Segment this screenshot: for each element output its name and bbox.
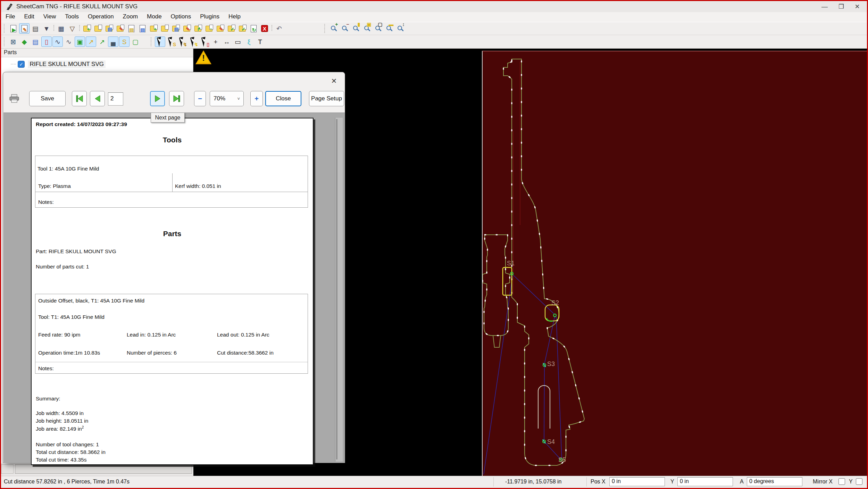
select-contour-cursor-icon[interactable]: ▯: [199, 36, 210, 47]
show-machine-icon[interactable]: ▄: [108, 36, 118, 47]
part-name-label[interactable]: RIFLE SKULL MOUNT SVG: [28, 60, 106, 68]
select-fast2-cursor-icon[interactable]: ↯: [188, 36, 199, 47]
close-dialog-button[interactable]: Close: [265, 91, 301, 106]
ruler-icon[interactable]: ξ: [244, 36, 254, 47]
menu-zoom[interactable]: Zoom: [118, 12, 142, 22]
mirror-y-checkbox[interactable]: [856, 478, 862, 485]
new-job-icon[interactable]: ▶: [8, 23, 18, 34]
last-page-button[interactable]: [169, 91, 184, 106]
status-bar: Cut distance 57.8262 in , 6 Pierces, Tim…: [1, 476, 867, 488]
part-open-icon[interactable]: [93, 23, 103, 34]
restore-button[interactable]: ❐: [834, 2, 849, 12]
zoom-drag-icon[interactable]: ↕: [395, 23, 406, 34]
layers-icon[interactable]: ◆: [19, 36, 30, 47]
undo-icon[interactable]: ↶: [274, 23, 284, 34]
pos-x-input[interactable]: 0 in: [609, 477, 665, 486]
close-button[interactable]: ✕: [850, 2, 865, 12]
zoom-extents-icon[interactable]: ▢: [373, 23, 383, 34]
tools-save-icon[interactable]: ✓: [226, 23, 236, 34]
menu-tools[interactable]: Tools: [60, 12, 83, 22]
show-leadins-icon[interactable]: ↗: [86, 36, 96, 47]
save-button[interactable]: Save: [29, 91, 66, 106]
menu-options[interactable]: Options: [166, 12, 196, 22]
zoom-in-icon[interactable]: +: [328, 23, 339, 34]
menu-edit[interactable]: Edit: [19, 12, 39, 22]
post-process-icon[interactable]: ▼: [41, 23, 52, 34]
job-options-icon[interactable]: ✎: [19, 23, 30, 34]
window-title: SheetCam TNG - RIFLE SKULL MOUNT SVG: [16, 3, 137, 10]
part-checkbox[interactable]: ✓: [18, 61, 25, 68]
show-parts-icon[interactable]: ▣: [75, 36, 85, 47]
parts-tree-item[interactable]: ┈┈ ✓ RIFLE SKULL MOUNT SVG: [1, 59, 193, 69]
menu-operation[interactable]: Operation: [83, 12, 118, 22]
delete-all-icon[interactable]: X: [259, 23, 270, 34]
tool-edit-icon[interactable]: ▽: [67, 23, 77, 34]
horizontal-scrollbar[interactable]: [15, 464, 192, 474]
page-number-input[interactable]: 2: [108, 92, 123, 106]
show-nodes-icon[interactable]: ∿: [52, 36, 63, 47]
print-button[interactable]: [7, 91, 22, 106]
menu-view[interactable]: View: [39, 12, 61, 22]
page-setup-button[interactable]: Page Setup: [309, 91, 344, 106]
measure-icon[interactable]: ↔: [222, 36, 232, 47]
op-up-icon[interactable]: ↑: [204, 23, 214, 34]
frame-icon[interactable]: ▭: [233, 36, 243, 47]
show-contours-icon[interactable]: ▯: [41, 36, 52, 47]
printer-icon: [9, 94, 19, 103]
cut-order-icon[interactable]: ⊠: [8, 36, 18, 47]
menu-bar: FileEditViewToolsOperationZoomModeOption…: [1, 12, 867, 22]
select-start-cursor-icon[interactable]: S: [166, 36, 176, 47]
previous-page-button[interactable]: [90, 91, 105, 106]
zoom-level-value: 70%: [214, 95, 225, 102]
next-page-button[interactable]: [150, 91, 165, 106]
drawing-props-icon[interactable]: ▤: [137, 23, 148, 34]
angle-input[interactable]: 0 degrees: [747, 477, 802, 486]
op-edit-icon[interactable]: ✎: [182, 23, 192, 34]
table-refresh-icon[interactable]: ↻: [248, 23, 259, 34]
show-start-icon[interactable]: S: [119, 36, 130, 47]
zoom-part-icon[interactable]: ▮: [351, 23, 361, 34]
select-cursor-icon[interactable]: [155, 36, 165, 47]
op-edit2-icon[interactable]: ✎: [215, 23, 225, 34]
op-save-icon[interactable]: ▤: [170, 23, 181, 34]
zoom-in-button[interactable]: +: [250, 91, 263, 106]
part-edit-icon[interactable]: ✎: [115, 23, 125, 34]
material-sheet[interactable]: S1S2S3S4S5: [482, 51, 867, 476]
tools-save2-icon[interactable]: ✓: [237, 23, 248, 34]
toolbar-main: ▶✎▤▼▦▽+▤✎▤▤+▤✎↱↑✎✓✓↻X↶ +−▮▣▢▬↕: [1, 22, 867, 35]
zoom-out-button[interactable]: −: [194, 91, 206, 106]
show-rapids-icon[interactable]: ↗: [97, 36, 107, 47]
menu-mode[interactable]: Mode: [142, 12, 166, 22]
sequence-label-s2: S2: [551, 299, 559, 306]
tool-box: Tool 1: 45A 10G Fine Mild Type: Plasma K…: [35, 156, 308, 208]
text-icon[interactable]: T: [255, 36, 265, 47]
menu-plugins[interactable]: Plugins: [195, 12, 224, 22]
print-icon[interactable]: ▤: [30, 23, 41, 34]
minimize-button[interactable]: —: [817, 2, 832, 12]
show-sheet-icon[interactable]: ▢: [130, 36, 141, 47]
menu-help[interactable]: Help: [224, 12, 245, 22]
dialog-close-icon[interactable]: ✕: [328, 76, 340, 86]
first-page-button[interactable]: [72, 91, 87, 106]
zoom-out-icon[interactable]: −: [340, 23, 350, 34]
op-import-icon[interactable]: ↱: [193, 23, 203, 34]
drawing-open-icon[interactable]: ▤: [126, 23, 136, 34]
move-part-icon[interactable]: +: [210, 36, 221, 47]
op-panel-icon[interactable]: ▤: [30, 36, 41, 47]
show-polyline-icon[interactable]: ∿: [64, 36, 74, 47]
op-add-icon[interactable]: +: [148, 23, 159, 34]
op-open-icon[interactable]: [159, 23, 170, 34]
zoom-sheet-icon[interactable]: ▬: [384, 23, 394, 34]
calculator-icon[interactable]: ▦: [56, 23, 66, 34]
part-add-icon[interactable]: +: [82, 23, 92, 34]
zoom-level-select[interactable]: 70% ˅: [210, 91, 244, 106]
dialog-toolbar: Save 2 − 70% ˅ + Close Page Setup: [3, 90, 345, 113]
preview-scrollbar[interactable]: [335, 118, 343, 462]
zoom-parts-icon[interactable]: ▣: [362, 23, 372, 34]
menu-file[interactable]: File: [1, 12, 19, 22]
part-save-icon[interactable]: ▤: [104, 23, 114, 34]
mirror-x-checkbox[interactable]: [838, 478, 845, 485]
select-fast-cursor-icon[interactable]: ↯: [177, 36, 187, 47]
pos-y-input[interactable]: 0 in: [677, 477, 733, 486]
toolbar-grip: [151, 37, 153, 46]
